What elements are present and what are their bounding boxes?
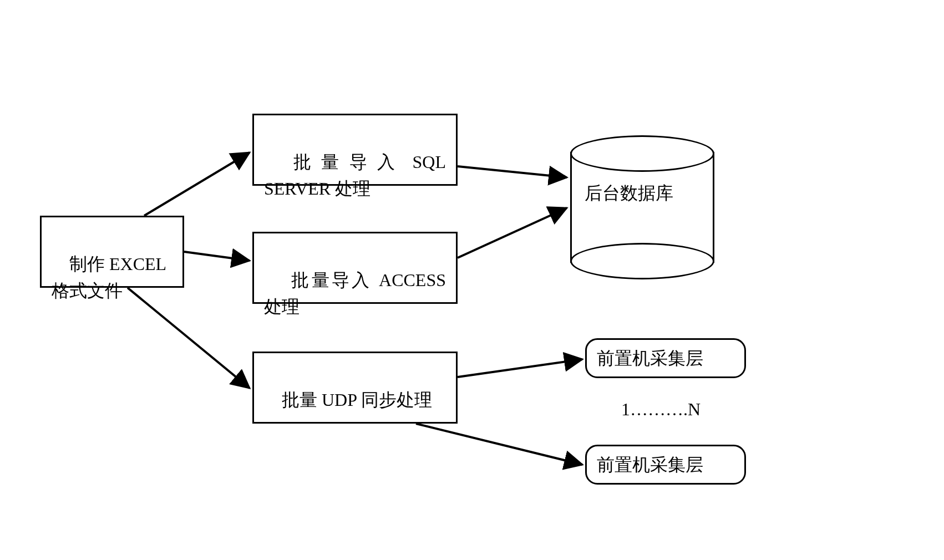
arrow-sql-to-db	[458, 166, 567, 177]
frontend-collector-n-box: 前置机采集层	[585, 445, 746, 485]
processor-udp-label: 批量 UDP 同步处理	[282, 390, 432, 410]
arrow-source-to-sql	[144, 152, 250, 216]
arrow-udp-to-frontendn	[416, 424, 582, 465]
processor-udp-box: 批量 UDP 同步处理	[252, 352, 458, 424]
frontend-range-text: 1……….N	[621, 399, 701, 419]
processor-sql-box: 批 量 导 入 SQL SERVER 处理	[252, 114, 458, 186]
processor-access-label: 批量导入 ACCESS 处理	[264, 270, 450, 317]
source-excel-label: 制作 EXCEL 格式文件	[52, 254, 166, 301]
processor-sql-label: 批 量 导 入 SQL SERVER 处理	[264, 152, 450, 198]
frontend-range-label: 1……….N	[621, 399, 701, 420]
source-excel-box: 制作 EXCEL 格式文件	[40, 216, 184, 288]
arrow-source-to-access	[184, 252, 250, 261]
processor-access-box: 批量导入 ACCESS 处理	[252, 232, 458, 304]
frontend-collector-1-label: 前置机采集层	[597, 345, 703, 371]
backend-database-cylinder: 后台数据库	[570, 135, 714, 279]
arrow-access-to-db	[458, 208, 567, 258]
frontend-collector-1-box: 前置机采集层	[585, 338, 746, 378]
arrow-source-to-udp	[128, 288, 250, 388]
frontend-collector-n-label: 前置机采集层	[597, 451, 703, 478]
arrow-udp-to-frontend1	[458, 359, 582, 377]
diagram-canvas: 制作 EXCEL 格式文件 批 量 导 入 SQL SERVER 处理 批量导入…	[0, 0, 944, 560]
backend-database-label: 后台数据库	[585, 183, 673, 203]
